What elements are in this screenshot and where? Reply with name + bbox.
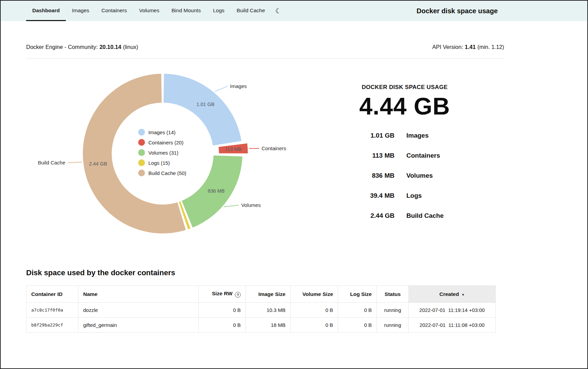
slice-value-label: 113 MB bbox=[225, 146, 242, 152]
engine-version: 20.10.14 bbox=[99, 44, 121, 50]
summary-label: Containers bbox=[406, 145, 473, 165]
cell-container-id: b8f29ba229cf bbox=[26, 318, 78, 333]
cell-image-size: 18 MB bbox=[246, 318, 291, 333]
disk-usage-summary: DOCKER DISK SPACE USAGE 4.44 GB 1.01 GBI… bbox=[337, 84, 473, 226]
slice-value-label: 1.01 GB bbox=[197, 102, 215, 107]
tab-containers[interactable]: Containers bbox=[95, 1, 133, 21]
legend-item-volumes[interactable]: Volumes (31) bbox=[138, 149, 186, 156]
table-row: b8f29ba229cfgifted_germain0 B18 MB0 B0 B… bbox=[26, 318, 496, 333]
containers-section: Disk space used by the docker containers… bbox=[26, 268, 495, 333]
containers-table: Container IDNameSize RW?Image SizeVolume… bbox=[26, 285, 496, 333]
column-header-created[interactable]: Created▼ bbox=[409, 286, 496, 303]
cell-log-size: 0 B bbox=[338, 303, 377, 318]
column-label: Image Size bbox=[258, 291, 286, 297]
slice-callout-label: Build Cache bbox=[38, 160, 65, 165]
legend-dot bbox=[138, 149, 145, 156]
cell-image-size: 10.3 MB bbox=[246, 303, 291, 318]
cell-container-id: a7c8c17f0f0a bbox=[26, 303, 78, 318]
summary-size: 2.44 GB bbox=[337, 206, 394, 226]
cell-size-rw: 0 B bbox=[199, 303, 246, 318]
summary-label: Images bbox=[406, 125, 473, 145]
api-label: API Version: bbox=[432, 44, 463, 50]
cell-name: gifted_germain bbox=[78, 318, 199, 333]
api-suffix: (min. 1.12) bbox=[477, 44, 504, 50]
legend-dot bbox=[138, 139, 145, 146]
app-title: Docker disk space usage bbox=[417, 1, 498, 21]
sort-desc-icon: ▼ bbox=[461, 293, 465, 297]
summary-label: Volumes bbox=[406, 165, 473, 186]
summary-rows: 1.01 GBImages113 MBContainers836 MBVolum… bbox=[337, 125, 473, 226]
column-header-log-size[interactable]: Log Size bbox=[338, 286, 377, 303]
chart-area: 1.01 GBImages113 MBContainers836 MBVolum… bbox=[1, 62, 306, 259]
table-body: a7c8c17f0f0adozzle0 B10.3 MB0 B0 Brunnin… bbox=[26, 303, 496, 333]
cell-status: running bbox=[377, 318, 409, 333]
legend-label: Images (14) bbox=[148, 129, 176, 135]
column-label: Created bbox=[439, 291, 459, 297]
engine-suffix: (linux) bbox=[123, 44, 138, 50]
table-header-row: Container IDNameSize RW?Image SizeVolume… bbox=[26, 286, 496, 303]
cell-created: 2022-07-01 11:11:08 +03:00 bbox=[409, 318, 496, 333]
callout-line bbox=[68, 162, 82, 163]
column-header-image-size[interactable]: Image Size bbox=[246, 286, 291, 303]
cell-log-size: 0 B bbox=[338, 318, 377, 333]
dark-mode-toggle[interactable]: ☾ bbox=[275, 1, 282, 21]
summary-size: 836 MB bbox=[337, 165, 394, 186]
column-header-name[interactable]: Name bbox=[78, 286, 199, 303]
cell-size-rw: 0 B bbox=[199, 318, 246, 333]
cell-volume-size: 0 B bbox=[291, 303, 338, 318]
column-label: Container ID bbox=[31, 291, 62, 297]
tab-volumes[interactable]: Volumes bbox=[133, 1, 165, 21]
column-header-container-id[interactable]: Container ID bbox=[26, 286, 78, 303]
engine-info: Docker Engine - Community: 20.10.14 (lin… bbox=[26, 44, 138, 50]
column-label: Name bbox=[83, 291, 97, 297]
tab-logs[interactable]: Logs bbox=[207, 1, 231, 21]
summary-size: 113 MB bbox=[337, 145, 394, 165]
column-label: Log Size bbox=[350, 291, 372, 297]
slice-value-label: 2.44 GB bbox=[89, 161, 107, 166]
column-header-size-rw[interactable]: Size RW? bbox=[199, 286, 246, 303]
legend-item-build-cache[interactable]: Build Cache (50) bbox=[138, 169, 186, 177]
legend-label: Volumes (31) bbox=[148, 150, 178, 156]
slice-callout-label: Images bbox=[230, 83, 247, 89]
summary-total: 4.44 GB bbox=[337, 93, 473, 120]
summary-label: Logs bbox=[406, 186, 473, 206]
slice-callout-label: Volumes bbox=[241, 202, 261, 208]
tab-bind-mounts[interactable]: Bind Mounts bbox=[165, 1, 207, 21]
summary-title: DOCKER DISK SPACE USAGE bbox=[337, 84, 473, 91]
slice-callout-label: Containers bbox=[262, 145, 287, 151]
api-version-info: API Version: 1.41 (min. 1.12) bbox=[432, 44, 504, 50]
cell-status: running bbox=[377, 303, 409, 318]
chart-legend: Images (14)Containers (20)Volumes (31)Lo… bbox=[138, 128, 186, 177]
slice-value-label: 836 MB bbox=[208, 188, 225, 194]
cell-name: dozzle bbox=[78, 303, 199, 318]
legend-dot bbox=[138, 170, 145, 176]
legend-item-containers[interactable]: Containers (20) bbox=[138, 139, 186, 146]
table-row: a7c8c17f0f0adozzle0 B10.3 MB0 B0 Brunnin… bbox=[26, 303, 496, 318]
column-label: Status bbox=[385, 291, 401, 297]
cell-created: 2022-07-01 11:19:14 +03:00 bbox=[409, 303, 496, 318]
tab-build-cache[interactable]: Build Cache bbox=[231, 1, 271, 21]
column-label: Size RW bbox=[212, 291, 233, 296]
tab-images[interactable]: Images bbox=[66, 1, 95, 21]
help-icon[interactable]: ? bbox=[235, 292, 241, 298]
legend-label: Build Cache (50) bbox=[148, 170, 186, 176]
summary-size: 39.4 MB bbox=[337, 186, 394, 206]
api-version: 1.41 bbox=[465, 44, 476, 50]
legend-dot bbox=[138, 159, 145, 166]
engine-label: Docker Engine - Community: bbox=[26, 44, 98, 50]
column-label: Volume Size bbox=[302, 291, 333, 297]
cell-volume-size: 0 B bbox=[291, 318, 338, 333]
legend-dot bbox=[138, 129, 145, 136]
summary-size: 1.01 GB bbox=[337, 125, 394, 145]
nav-tabs: DashboardImagesContainersVolumesBind Mou… bbox=[26, 1, 271, 21]
column-header-volume-size[interactable]: Volume Size bbox=[291, 286, 338, 303]
callout-line bbox=[215, 86, 228, 91]
legend-item-images[interactable]: Images (14) bbox=[138, 128, 186, 136]
top-navbar: DashboardImagesContainersVolumesBind Mou… bbox=[1, 1, 587, 21]
legend-item-logs[interactable]: Logs (15) bbox=[138, 159, 186, 166]
callout-line bbox=[224, 205, 239, 207]
tab-dashboard[interactable]: Dashboard bbox=[26, 1, 66, 21]
column-header-status[interactable]: Status bbox=[377, 286, 409, 303]
legend-label: Containers (20) bbox=[148, 140, 183, 145]
summary-label: Build Cache bbox=[406, 206, 473, 226]
